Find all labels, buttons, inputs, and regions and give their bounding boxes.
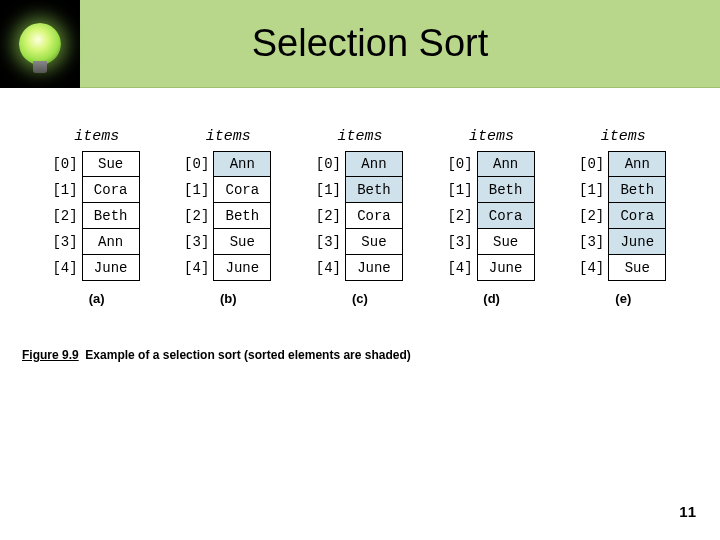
array-cell: Ann [82,229,140,255]
array-row: [2]Cora [580,203,666,229]
column-label: (b) [220,291,237,306]
index-label: [1] [54,177,82,203]
selection-sort-diagram: items[0]Sue[1]Cora[2]Beth[3]Ann[4]June(a… [0,88,720,316]
array-cell: Sue [477,229,535,255]
array-cell: Ann [608,151,666,177]
array-row: [1]Cora [54,177,140,203]
array-row: [1]Beth [317,177,403,203]
column-label: (e) [615,291,631,306]
index-label: [2] [449,203,477,229]
array-cell: Beth [345,177,403,203]
index-label: [1] [317,177,345,203]
array-cell: Sue [345,229,403,255]
index-label: [4] [449,255,477,281]
array-row: [2]Cora [317,203,403,229]
array-column: items[0]Ann[1]Beth[2]Cora[3]Sue[4]June(c… [317,128,403,306]
slide-header: Selection Sort [0,0,720,88]
figure-number: Figure 9.9 [22,348,79,362]
array-column: items[0]Ann[1]Cora[2]Beth[3]Sue[4]June(b… [185,128,271,306]
array-row: [4]June [449,255,535,281]
array-cell: Beth [477,177,535,203]
index-label: [3] [449,229,477,255]
figure-caption: Figure 9.9 Example of a selection sort (… [22,348,411,362]
array-cell: Sue [213,229,271,255]
index-label: [3] [317,229,345,255]
array-cell: Cora [477,203,535,229]
array-row: [4]June [317,255,403,281]
array-cell: Ann [477,151,535,177]
array-cell: Ann [345,151,403,177]
index-label: [2] [580,203,608,229]
array-row: [0]Ann [185,151,271,177]
array-cell: Ann [213,151,271,177]
array-cell: June [82,255,140,281]
array-row: [0]Ann [317,151,403,177]
array-cell: June [345,255,403,281]
page-number: 11 [679,503,696,520]
index-label: [1] [580,177,608,203]
array-cell: Cora [345,203,403,229]
array-row: [0]Sue [54,151,140,177]
array-cell: Cora [82,177,140,203]
array-cell: Beth [82,203,140,229]
index-label: [3] [54,229,82,255]
index-label: [0] [580,151,608,177]
array-cell: Cora [213,177,271,203]
index-label: [1] [449,177,477,203]
array-row: [0]Ann [580,151,666,177]
array-column: items[0]Sue[1]Cora[2]Beth[3]Ann[4]June(a… [54,128,140,306]
index-label: [0] [449,151,477,177]
index-label: [3] [580,229,608,255]
index-label: [2] [185,203,213,229]
column-header: items [337,128,382,145]
array-column: items[0]Ann[1]Beth[2]Cora[3]June[4]Sue(e… [580,128,666,306]
column-header: items [601,128,646,145]
array-cell: June [608,229,666,255]
array-row: [2]Beth [185,203,271,229]
array-row: [3]Sue [185,229,271,255]
array-cell: Beth [213,203,271,229]
array-row: [4]Sue [580,255,666,281]
index-label: [1] [185,177,213,203]
column-label: (c) [352,291,368,306]
figure-text: Example of a selection sort (sorted elem… [85,348,410,362]
array-row: [1]Cora [185,177,271,203]
array-row: [4]June [185,255,271,281]
array-cell: Beth [608,177,666,203]
page-title: Selection Sort [80,22,720,65]
array-row: [3]June [580,229,666,255]
column-header: items [469,128,514,145]
array-row: [3]Sue [449,229,535,255]
column-label: (a) [89,291,105,306]
index-label: [2] [317,203,345,229]
array-cell: June [213,255,271,281]
column-header: items [74,128,119,145]
array-row: [2]Cora [449,203,535,229]
array-cell: June [477,255,535,281]
index-label: [4] [185,255,213,281]
index-label: [2] [54,203,82,229]
column-label: (d) [483,291,500,306]
index-label: [0] [54,151,82,177]
lightbulb-icon [0,0,80,88]
index-label: [4] [54,255,82,281]
array-row: [3]Ann [54,229,140,255]
array-row: [2]Beth [54,203,140,229]
index-label: [4] [317,255,345,281]
array-column: items[0]Ann[1]Beth[2]Cora[3]Sue[4]June(d… [449,128,535,306]
array-row: [1]Beth [449,177,535,203]
index-label: [4] [580,255,608,281]
array-cell: Sue [82,151,140,177]
index-label: [3] [185,229,213,255]
array-row: [4]June [54,255,140,281]
column-header: items [206,128,251,145]
array-row: [1]Beth [580,177,666,203]
array-row: [3]Sue [317,229,403,255]
array-row: [0]Ann [449,151,535,177]
index-label: [0] [185,151,213,177]
index-label: [0] [317,151,345,177]
array-cell: Sue [608,255,666,281]
array-cell: Cora [608,203,666,229]
